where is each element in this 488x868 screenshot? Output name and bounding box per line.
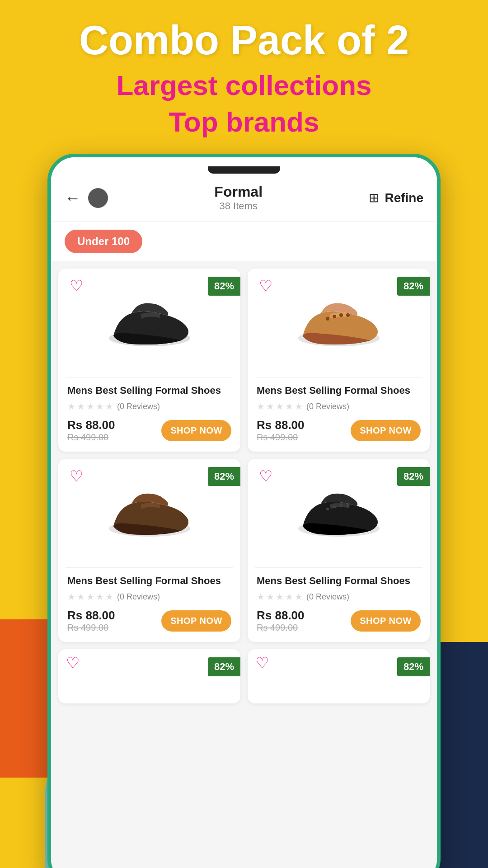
card-top-4: ♡ 82%: [248, 459, 430, 567]
stars-row-1: ★ ★ ★ ★ ★ (0 Reviews): [67, 401, 231, 412]
card-info-3: Mens Best Selling Formal Shoes ★ ★ ★ ★ ★…: [58, 568, 240, 642]
discount-badge-3: 82%: [208, 467, 240, 486]
discount-badge-4: 82%: [397, 467, 430, 486]
svg-point-8: [326, 508, 329, 510]
discount-badge-6: 82%: [397, 657, 430, 676]
shop-now-button-1[interactable]: SHOP NOW: [161, 420, 231, 441]
heart-icon-5: ♡: [66, 655, 80, 670]
svg-point-5: [346, 313, 350, 317]
product-card-3[interactable]: ♡ 82% Mens Best Sel: [58, 459, 240, 642]
original-price-3: Rs 499.00: [67, 623, 115, 633]
filter-tag-under100[interactable]: Under 100: [65, 230, 142, 253]
stars-1: ★ ★ ★ ★ ★: [67, 401, 113, 412]
product-card-4[interactable]: ♡ 82%: [248, 459, 430, 642]
price-block-1: Rs 88.00 Rs 499.00: [67, 418, 115, 443]
price-row-4: Rs 88.00 Rs 499.00 SHOP NOW: [257, 609, 421, 633]
shop-now-button-2[interactable]: SHOP NOW: [351, 420, 421, 441]
heart-icon-3: ♡: [70, 468, 83, 484]
card-top-3: ♡ 82%: [58, 459, 240, 567]
phone-topbar: ← Formal 38 Items ⊞ Refine: [51, 157, 437, 222]
reviews-count-3: (0 Reviews): [117, 592, 160, 602]
products-scroll[interactable]: Under 100 ♡ 82%: [51, 222, 437, 868]
partial-cards-row: ♡ 82% ♡ 82%: [51, 649, 437, 711]
wishlist-button-4[interactable]: ♡: [257, 467, 275, 485]
wishlist-button-5[interactable]: ♡: [64, 654, 82, 672]
wishlist-button-6[interactable]: ♡: [253, 654, 271, 672]
original-price-2: Rs 499.00: [257, 432, 305, 443]
reviews-count-4: (0 Reviews): [306, 592, 349, 602]
stars-row-3: ★ ★ ★ ★ ★ (0 Reviews): [67, 591, 231, 602]
wishlist-button-1[interactable]: ♡: [67, 277, 85, 295]
stars-row-4: ★ ★ ★ ★ ★ (0 Reviews): [257, 591, 421, 602]
original-price-1: Rs 499.00: [67, 432, 115, 443]
stars-2: ★ ★ ★ ★ ★: [257, 401, 303, 412]
heart-icon-1: ♡: [70, 278, 83, 293]
wishlist-button-2[interactable]: ♡: [257, 277, 275, 295]
discount-badge-5: 82%: [208, 657, 240, 676]
header-subtitle: Largest collections Top brands: [0, 67, 488, 140]
shoe-svg-2: [294, 295, 384, 354]
svg-point-9: [333, 505, 336, 508]
nav-bar: ← Formal 38 Items ⊞ Refine: [65, 179, 423, 217]
svg-point-2: [326, 317, 329, 321]
price-block-3: Rs 88.00 Rs 499.00: [67, 609, 115, 633]
product-card-6-partial[interactable]: ♡ 82%: [248, 649, 430, 703]
product-card-2[interactable]: ♡ 82%: [248, 269, 430, 452]
card-info-2: Mens Best Selling Formal Shoes ★ ★ ★ ★ ★…: [248, 377, 430, 452]
current-price-2: Rs 88.00: [257, 418, 305, 432]
discount-badge-1: 82%: [208, 277, 240, 296]
price-block-2: Rs 88.00 Rs 499.00: [257, 418, 305, 443]
shoe-image-3: [67, 474, 231, 556]
shoe-image-4: [257, 474, 421, 556]
original-price-4: Rs 499.00: [257, 623, 305, 633]
phone-notch: [208, 166, 280, 174]
discount-badge-2: 82%: [397, 277, 430, 296]
price-row-2: Rs 88.00 Rs 499.00 SHOP NOW: [257, 418, 421, 443]
wishlist-button-3[interactable]: ♡: [67, 467, 85, 485]
shop-now-button-3[interactable]: SHOP NOW: [161, 610, 231, 632]
svg-point-11: [347, 504, 349, 507]
product-name-1: Mens Best Selling Formal Shoes: [67, 385, 231, 396]
svg-point-3: [333, 315, 336, 318]
card-top-1: ♡ 82%: [58, 269, 240, 377]
stars-4: ★ ★ ★ ★ ★: [257, 591, 303, 602]
price-row-3: Rs 88.00 Rs 499.00 SHOP NOW: [67, 609, 231, 633]
price-block-4: Rs 88.00 Rs 499.00: [257, 609, 305, 633]
stars-3: ★ ★ ★ ★ ★: [67, 591, 113, 602]
nav-avatar: [88, 188, 108, 208]
heart-icon-2: ♡: [259, 278, 272, 293]
card-top-2: ♡ 82%: [248, 269, 430, 377]
product-card-5-partial[interactable]: ♡ 82%: [58, 649, 240, 703]
current-price-3: Rs 88.00: [67, 609, 115, 623]
heart-icon-6: ♡: [255, 655, 269, 670]
nav-item-count: 38 Items: [214, 200, 263, 212]
shoe-svg-1: [104, 295, 195, 354]
product-card-1[interactable]: ♡ 82% Mens Best Sel: [58, 269, 240, 452]
card-info-4: Mens Best Selling Formal Shoes ★ ★ ★ ★ ★…: [248, 568, 430, 642]
nav-page-title: Formal: [214, 184, 263, 200]
product-name-3: Mens Best Selling Formal Shoes: [67, 575, 231, 587]
header-title: Combo Pack of 2: [0, 18, 488, 63]
products-grid: ♡ 82% Mens Best Sel: [51, 261, 437, 649]
current-price-1: Rs 88.00: [67, 418, 115, 432]
product-name-4: Mens Best Selling Formal Shoes: [257, 575, 421, 587]
header-area: Combo Pack of 2 Largest collections Top …: [0, 0, 488, 154]
subtitle-line1: Largest collections: [0, 67, 488, 104]
reviews-count-1: (0 Reviews): [117, 402, 160, 411]
shoe-svg-3: [104, 486, 195, 544]
refine-label[interactable]: Refine: [385, 191, 423, 205]
nav-right[interactable]: ⊞ Refine: [369, 190, 423, 205]
phone-mockup: ← Formal 38 Items ⊞ Refine Under 100 ♡: [47, 154, 441, 868]
product-name-2: Mens Best Selling Formal Shoes: [257, 385, 421, 396]
filter-bar: Under 100: [51, 222, 437, 261]
heart-icon-4: ♡: [259, 468, 272, 484]
filter-icon[interactable]: ⊞: [369, 190, 379, 205]
phone-notch-area: [65, 166, 423, 174]
current-price-4: Rs 88.00: [257, 609, 305, 623]
svg-point-10: [340, 504, 343, 507]
back-button[interactable]: ←: [65, 189, 81, 208]
nav-center: Formal 38 Items: [214, 184, 263, 212]
price-row-1: Rs 88.00 Rs 499.00 SHOP NOW: [67, 418, 231, 443]
shop-now-button-4[interactable]: SHOP NOW: [351, 610, 421, 632]
reviews-count-2: (0 Reviews): [306, 402, 349, 411]
